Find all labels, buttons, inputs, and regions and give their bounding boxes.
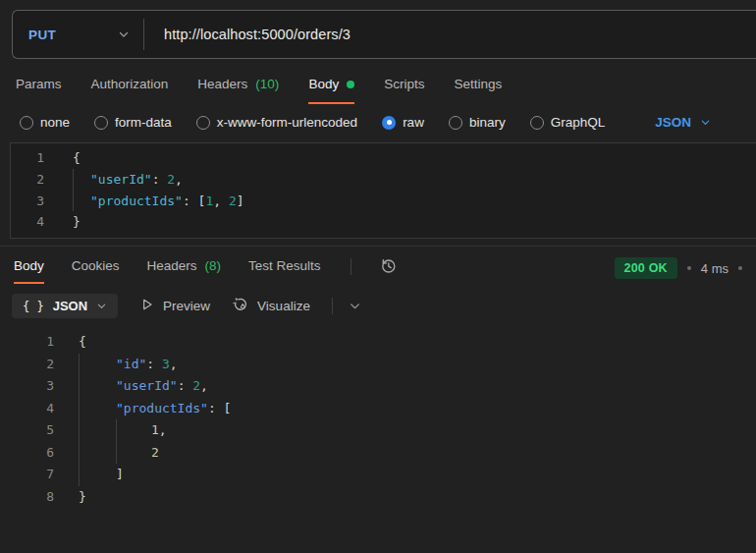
code-token: ] — [237, 194, 244, 208]
code-token: } — [73, 214, 81, 229]
code-line[interactable]: 4} — [11, 211, 756, 233]
response-tab-headers[interactable]: Headers (8) — [147, 258, 222, 284]
method-selector[interactable]: PUT — [13, 28, 143, 42]
method-label: PUT — [28, 28, 56, 42]
response-headers-count-badge: (8) — [205, 258, 222, 273]
tab-settings[interactable]: Settings — [454, 77, 502, 104]
response-toolbar: { } JSON Preview Visualize — [0, 286, 756, 318]
indent-guide — [73, 169, 90, 191]
code-token: : — [183, 194, 198, 208]
radio-selected-icon — [382, 116, 396, 130]
line-number: 2 — [0, 354, 54, 376]
code-line[interactable]: 1{ — [0, 331, 756, 354]
radio-graphql[interactable]: GraphQL — [530, 115, 606, 130]
magic-sparkle-icon — [232, 296, 249, 317]
code-token: 2 — [167, 172, 175, 187]
request-url-bar: PUT http://localhost:5000/orders/3 — [12, 10, 756, 59]
separator-dot — [738, 266, 742, 270]
body-modified-dot — [347, 81, 354, 88]
code-token: , — [200, 378, 208, 393]
code-token: 2 — [229, 194, 237, 208]
tab-params[interactable]: Params — [16, 77, 62, 104]
code-token: , — [170, 357, 178, 371]
chevron-down-icon — [700, 117, 711, 128]
line-number: 8 — [0, 486, 54, 509]
code-token: : — [208, 401, 224, 415]
code-token: , — [159, 422, 167, 437]
radio-circle-icon — [449, 116, 462, 130]
code-token: { — [73, 150, 81, 165]
radio-x-www-form-urlencoded[interactable]: x-www-form-urlencoded — [196, 115, 357, 130]
line-number: 2 — [11, 169, 44, 191]
response-body-viewer[interactable]: 1{2"id": 3,3"userId": 2,4"productIds": [… — [0, 331, 756, 508]
code-token: : — [146, 357, 162, 371]
response-time[interactable]: 4 ms — [701, 261, 729, 276]
code-token: : — [178, 378, 193, 393]
radio-none[interactable]: none — [20, 115, 70, 130]
indent-guide — [73, 191, 90, 212]
response-status-area: 200 OK 4 ms — [615, 256, 742, 279]
indent-guide — [79, 442, 116, 465]
tab-scripts[interactable]: Scripts — [384, 77, 424, 104]
tab-headers[interactable]: Headers (10) — [197, 77, 279, 104]
code-line[interactable]: 62 — [0, 442, 756, 465]
code-token: } — [79, 489, 86, 504]
tab-authorization[interactable]: Authorization — [91, 77, 169, 104]
code-line[interactable]: 2"id": 3, — [0, 354, 756, 376]
code-line[interactable]: 3"productIds": [1, 2] — [11, 191, 756, 212]
code-line[interactable]: 3"userId": 2, — [0, 375, 756, 398]
code-token: { — [79, 334, 86, 349]
line-number: 4 — [11, 211, 44, 233]
url-input[interactable]: http://localhost:5000/orders/3 — [144, 27, 351, 42]
response-tab-cookies[interactable]: Cookies — [72, 258, 120, 284]
code-token: , — [175, 172, 183, 187]
status-badge[interactable]: 200 OK — [615, 257, 677, 279]
code-line[interactable]: 1{ — [11, 147, 756, 169]
separator-dot — [687, 266, 691, 270]
chevron-down-icon — [118, 28, 130, 40]
code-token: [ — [224, 401, 232, 415]
chevron-down-icon — [96, 301, 107, 311]
code-token: "productIds" — [90, 194, 183, 208]
response-format-selector[interactable]: { } JSON — [12, 294, 118, 318]
request-body-editor[interactable]: 1{2"userId": 2,3"productIds": [1, 2]4} — [10, 142, 756, 239]
line-number: 6 — [0, 442, 54, 465]
code-line[interactable]: 51, — [0, 419, 756, 442]
code-line[interactable]: 2"userId": 2, — [11, 169, 756, 191]
body-type-selector: none form-data x-www-form-urlencoded raw… — [0, 104, 756, 130]
toolbar-divider — [332, 298, 333, 314]
code-line[interactable]: 8} — [0, 486, 756, 509]
response-meta-row: Body Cookies Headers (8) Test Results 20… — [0, 247, 756, 286]
radio-form-data[interactable]: form-data — [94, 115, 172, 130]
code-token: : — [152, 172, 168, 187]
line-number: 7 — [0, 464, 54, 486]
line-number: 3 — [0, 375, 54, 398]
code-token: 2 — [192, 378, 200, 393]
line-number: 4 — [0, 398, 54, 420]
code-token: "id" — [116, 357, 146, 371]
chevron-down-icon[interactable] — [349, 300, 361, 312]
braces-icon: { } — [23, 300, 44, 313]
radio-raw[interactable]: raw — [382, 115, 424, 130]
visualize-button[interactable]: Visualize — [232, 296, 310, 317]
indent-guide — [79, 375, 116, 398]
history-icon[interactable] — [379, 256, 398, 279]
response-tabs: Body Cookies Headers (8) Test Results — [14, 256, 398, 286]
code-line[interactable]: 4"productIds": [ — [0, 398, 756, 420]
indent-guide — [79, 354, 116, 376]
code-token: "productIds" — [116, 401, 208, 415]
code-token: 3 — [162, 357, 170, 371]
response-tab-test-results[interactable]: Test Results — [248, 258, 321, 284]
code-line[interactable]: 7] — [0, 464, 756, 486]
code-token: 1 — [151, 422, 159, 437]
indent-guide — [79, 398, 116, 420]
radio-binary[interactable]: binary — [449, 115, 506, 130]
code-token: "userId" — [116, 378, 178, 393]
radio-circle-icon — [94, 116, 108, 130]
tab-body[interactable]: Body — [308, 77, 354, 104]
response-tab-body[interactable]: Body — [14, 258, 44, 284]
raw-language-selector[interactable]: JSON — [655, 115, 711, 130]
preview-button[interactable]: Preview — [139, 297, 210, 316]
line-number: 1 — [11, 147, 44, 169]
play-outline-icon — [139, 297, 155, 316]
